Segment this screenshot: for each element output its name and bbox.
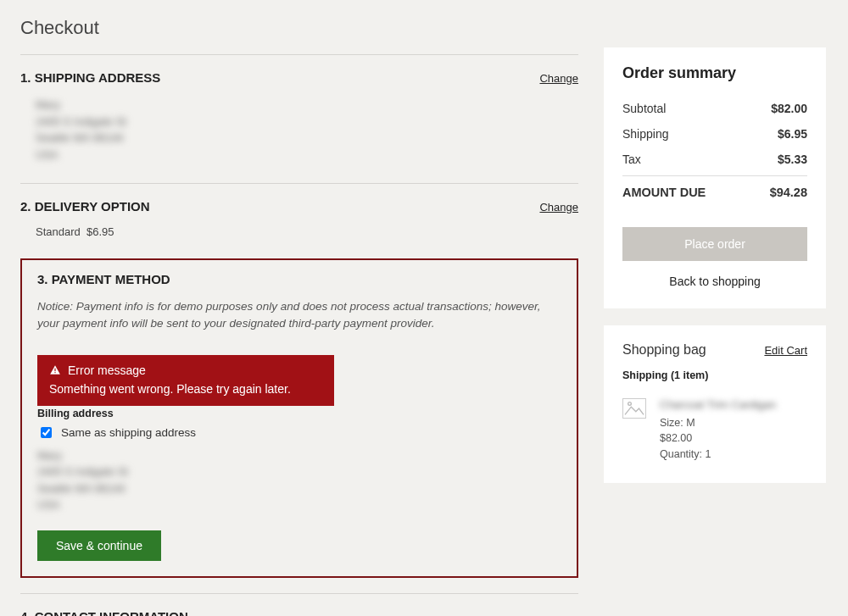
section-title-delivery: 2. DELIVERY OPTION <box>20 199 150 214</box>
shopping-bag-title: Shopping bag <box>622 342 706 358</box>
summary-subtotal-row: Subtotal $82.00 <box>622 96 807 121</box>
item-details: Charcoal Trim Cardigan Size: M $82.00 Qu… <box>660 397 776 463</box>
bag-item: Charcoal Trim Cardigan Size: M $82.00 Qu… <box>622 397 807 463</box>
divider <box>20 593 578 594</box>
shopping-bag-card: Shopping bag Edit Cart Shipping (1 item)… <box>604 325 826 483</box>
page-title: Checkout <box>20 17 828 39</box>
order-summary-title: Order summary <box>622 64 807 82</box>
error-message: Something went wrong. Please try again l… <box>49 382 322 396</box>
summary-tax-row: Tax $5.33 <box>622 147 807 172</box>
svg-rect-2 <box>623 399 645 418</box>
divider <box>20 183 578 184</box>
delivery-option-value: Standard $6.95 <box>36 225 578 238</box>
svg-rect-0 <box>54 368 55 371</box>
section-contact: 4. CONTACT INFORMATION <box>20 609 578 617</box>
item-size: Size: M <box>660 415 776 431</box>
section-title-payment: 3. PAYMENT METHOD <box>37 272 170 286</box>
shipping-address-redacted: Mary 2405 S Indigate St Seattle WA 98144… <box>36 97 578 163</box>
billing-address-redacted: Mary 2405 S Indigate St Seattle WA 98144… <box>37 447 561 513</box>
checkout-main: 1. SHIPPING ADDRESS Change Mary 2405 S I… <box>20 47 578 616</box>
sidebar: Order summary Subtotal $82.00 Shipping $… <box>604 47 826 500</box>
save-continue-button[interactable]: Save & continue <box>37 530 161 561</box>
section-title-shipping: 1. SHIPPING ADDRESS <box>20 70 160 85</box>
item-name-redacted: Charcoal Trim Cardigan <box>660 397 776 413</box>
section-delivery: 2. DELIVERY OPTION Change Standard $6.95 <box>20 199 578 238</box>
change-delivery-link[interactable]: Change <box>539 201 578 214</box>
payment-notice: Notice: Payment info is for demo purpose… <box>37 298 561 333</box>
svg-rect-1 <box>54 372 55 373</box>
item-price: $82.00 <box>660 430 776 447</box>
same-as-shipping-row[interactable]: Same as shipping address <box>37 425 561 441</box>
shipping-item-count: Shipping (1 item) <box>622 369 807 381</box>
section-shipping: 1. SHIPPING ADDRESS Change Mary 2405 S I… <box>20 70 578 163</box>
edit-cart-link[interactable]: Edit Cart <box>764 344 807 357</box>
billing-address-label: Billing address <box>37 408 561 419</box>
same-as-shipping-checkbox[interactable] <box>41 427 52 438</box>
item-qty: Quantity: 1 <box>660 447 776 463</box>
summary-amount-due-row: AMOUNT DUE $94.28 <box>622 180 807 205</box>
error-banner: Error message Something went wrong. Plea… <box>37 355 334 406</box>
warning-icon <box>49 364 61 376</box>
change-shipping-link[interactable]: Change <box>539 72 578 85</box>
svg-point-3 <box>628 402 632 406</box>
divider <box>622 175 807 176</box>
divider <box>20 54 578 55</box>
back-to-shopping-sidebar[interactable]: Back to shopping <box>622 275 807 288</box>
image-placeholder-icon <box>623 399 645 418</box>
section-payment: 3. PAYMENT METHOD Notice: Payment info i… <box>20 258 578 578</box>
section-title-contact: 4. CONTACT INFORMATION <box>20 609 578 617</box>
error-title: Error message <box>68 363 146 377</box>
place-order-button-sidebar[interactable]: Place order <box>622 227 807 261</box>
item-thumbnail <box>622 398 646 419</box>
same-as-shipping-label: Same as shipping address <box>61 426 196 439</box>
summary-shipping-row: Shipping $6.95 <box>622 121 807 147</box>
order-summary-card: Order summary Subtotal $82.00 Shipping $… <box>604 47 826 308</box>
